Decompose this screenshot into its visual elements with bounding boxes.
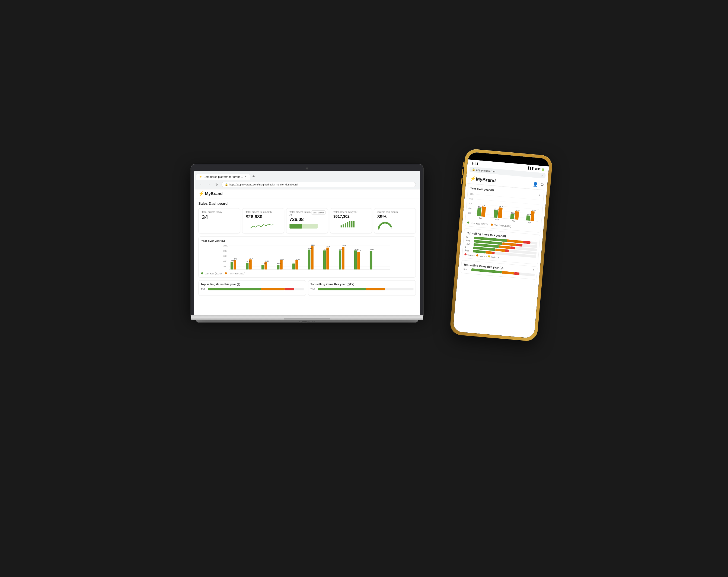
laptop-screen: ⚡ Commerce platform for brand... ✕ + ← →…: [194, 171, 420, 315]
kpi-value-orders-pct: 89%: [377, 214, 413, 219]
last-week-badge: Last Week: [311, 210, 326, 214]
svg-text:16.1K: 16.1K: [527, 213, 531, 215]
svg-text:37K: 37K: [234, 258, 236, 260]
svg-rect-49: [326, 247, 329, 269]
svg-text:92.4K: 92.4K: [342, 245, 346, 246]
svg-text:38.2K: 38.2K: [499, 205, 504, 207]
svg-rect-3: [347, 222, 348, 227]
svg-rect-93: [530, 211, 535, 221]
phone-top-selling-dollar-section: Top selling items this year ($) ⋮ Text: [462, 228, 541, 264]
svg-text:Sep: Sep: [355, 269, 358, 270]
svg-text:May: May: [293, 269, 296, 270]
svg-rect-5: [351, 221, 353, 228]
phone-top-dollar-menu-icon[interactable]: ⋮: [534, 237, 538, 241]
phone-yoy-menu-icon[interactable]: ⋮: [538, 192, 542, 196]
yoy-chart-title: Year over year ($): [201, 239, 413, 242]
legend-last-year: Last Year (2021): [201, 272, 222, 275]
b2b-bar-container: [289, 224, 325, 228]
svg-text:60K: 60K: [469, 203, 472, 205]
phone-outer: 9:41 ▋▋▋ WiFi 🔋 🔒 app.pepperi.com ⬆: [449, 148, 553, 342]
svg-rect-33: [277, 265, 280, 269]
svg-rect-63: [370, 251, 372, 269]
phone-screen: 9:41 ▋▋▋ WiFi 🔋 🔒 app.pepperi.com ⬆: [453, 152, 549, 338]
svg-rect-92: [526, 215, 530, 221]
back-button[interactable]: ←: [198, 181, 205, 188]
region2-dot: [476, 254, 478, 257]
browser-toolbar: ← → ↻ 🔒 https://app.mybrand.com/insights…: [197, 180, 418, 189]
svg-text:72.8K: 72.8K: [339, 248, 343, 250]
svg-text:16.1K: 16.1K: [277, 263, 281, 265]
svg-text:96.2K: 96.2K: [311, 244, 315, 246]
svg-text:80K: 80K: [469, 198, 473, 200]
kpi-label-orders-month: Total orders this month: [245, 210, 281, 213]
tab-favicon-icon: ⚡: [199, 176, 202, 178]
svg-rect-18: [231, 262, 233, 269]
signal-icon: ▋▋▋: [528, 167, 534, 170]
svg-text:25.1K: 25.1K: [246, 261, 250, 262]
svg-text:16.7K: 16.7K: [262, 263, 266, 265]
region3-dot: [488, 256, 490, 258]
phone-brand-name: MyBrand: [476, 176, 496, 183]
svg-text:Jan: Jan: [231, 269, 234, 270]
phone-settings-icon[interactable]: ⚙: [540, 182, 544, 187]
new-tab-button[interactable]: +: [250, 173, 257, 180]
svg-text:34.8K: 34.8K: [531, 209, 537, 211]
kpi-cards-row: Total orders today 34 Total orders this …: [198, 208, 416, 233]
svg-text:73.1K: 73.1K: [323, 248, 328, 250]
svg-rect-23: [246, 263, 249, 269]
yoy-legend: Last Year (2021) This Year (2022): [201, 272, 413, 275]
wifi-icon: WiFi: [535, 167, 541, 171]
h-bar-qty-row-1: Text: [310, 288, 413, 290]
phone-legend-this-year: This Year (2022): [491, 224, 511, 228]
dashboard: Sales Dashboard Total orders today 34 To…: [194, 199, 420, 315]
phone-user-icon[interactable]: 👤: [533, 182, 539, 187]
svg-rect-1: [343, 224, 344, 227]
svg-text:28.3K: 28.3K: [231, 260, 235, 262]
forward-button[interactable]: →: [206, 181, 212, 188]
legend-dot-orange: [225, 272, 227, 274]
phone-yoy-title: Year over year ($): [470, 187, 494, 192]
region1-dot: [464, 253, 467, 256]
refresh-button[interactable]: ↻: [214, 181, 220, 188]
top-selling-qty-title: Top selling items this year (QTY): [310, 283, 413, 286]
kpi-card-orders-year: Total orders this year $617,302: [330, 208, 372, 233]
svg-text:Jan: Jan: [479, 217, 482, 219]
svg-text:Oct: Oct: [370, 269, 373, 270]
svg-text:26.2K: 26.2K: [265, 260, 269, 262]
top-selling-dollar-bars: Text: [201, 288, 304, 290]
phone-dot-orange: [491, 224, 493, 226]
phone-lock-icon: 🔒: [472, 168, 475, 171]
h-bar-row-1: Text: [201, 288, 304, 290]
svg-text:20K: 20K: [468, 212, 471, 214]
phone-lightning-icon: ⚡: [469, 176, 476, 182]
phone-top-qty-menu-icon[interactable]: ⋮: [531, 268, 535, 273]
svg-rect-53: [339, 250, 341, 269]
top-selling-qty-chart: Top selling items this year (QTY) Text: [308, 280, 416, 295]
yoy-chart-section: Year over year ($) 100K 80K 60K 40K 20K: [198, 236, 416, 278]
gauge-container: [377, 221, 413, 231]
svg-text:37K: 37K: [482, 205, 486, 207]
svg-rect-59: [357, 252, 360, 269]
kpi-label-orders-year: Total orders this year: [333, 210, 369, 213]
kpi-card-orders-month: Total orders this month $26,680: [242, 208, 284, 233]
svg-text:38.2K: 38.2K: [249, 258, 253, 259]
svg-rect-4: [349, 221, 350, 228]
battery-icon: 🔋: [541, 168, 545, 171]
svg-text:40K: 40K: [468, 207, 472, 209]
top-selling-dollar-title: Top selling items this year ($): [201, 283, 304, 286]
phone-brand: ⚡ MyBrand: [469, 176, 496, 184]
svg-rect-87: [510, 214, 515, 219]
address-bar[interactable]: 🔒 https://app.mybrand.com/insights/healt…: [222, 182, 416, 187]
svg-rect-0: [341, 225, 342, 228]
svg-text:88.4K: 88.4K: [327, 246, 331, 247]
svg-text:16.7K: 16.7K: [511, 212, 516, 214]
svg-line-72: [476, 199, 540, 205]
svg-text:25.1K: 25.1K: [494, 208, 499, 210]
kpi-value-orders-year: $617,302: [333, 214, 369, 218]
kpi-card-orders-pct: Orders this month 89%: [374, 208, 416, 233]
svg-rect-28: [261, 265, 264, 269]
browser-tab-active[interactable]: ⚡ Commerce platform for brand... ✕: [197, 174, 250, 180]
dashboard-container: ⚡ MyBrand Sales Dashboard Total orders t…: [194, 189, 420, 315]
phone-share-icon: ⬆: [541, 174, 543, 177]
tab-close-button[interactable]: ✕: [244, 175, 247, 178]
